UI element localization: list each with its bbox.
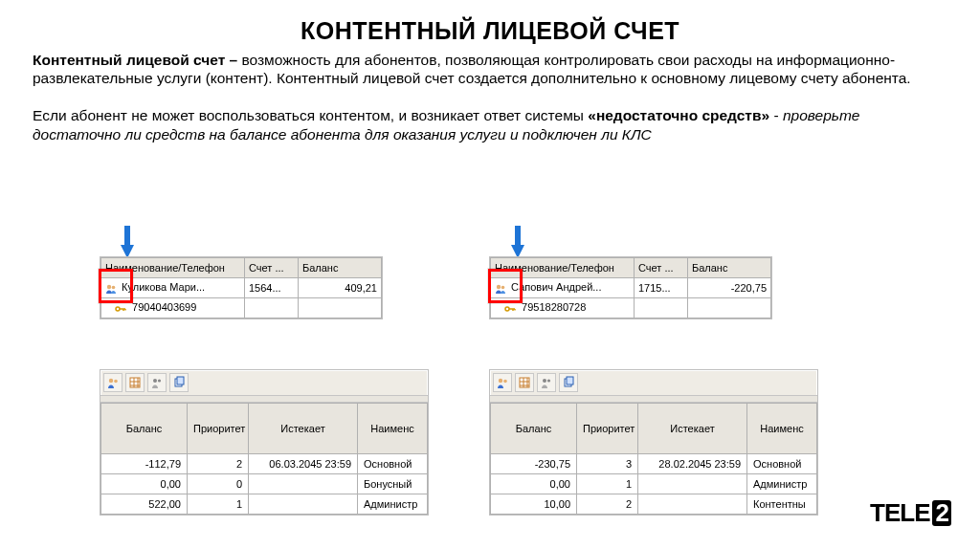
svg-rect-12 bbox=[177, 377, 184, 384]
col-balance[interactable]: Баланс bbox=[101, 404, 188, 454]
col-priority[interactable]: Приоритет bbox=[577, 404, 638, 454]
balance-table-a: Баланс Приоритет Истекает Наименс -112,7… bbox=[100, 403, 428, 515]
svg-point-14 bbox=[503, 380, 507, 384]
table-row[interactable]: 0,00 1 Администр bbox=[491, 474, 817, 494]
col-bal[interactable]: Баланс bbox=[688, 258, 771, 278]
logo-text: TELE bbox=[870, 498, 929, 527]
svg-point-6 bbox=[109, 379, 113, 383]
highlight-box-a bbox=[99, 269, 133, 303]
logo-number: 2 bbox=[932, 500, 951, 526]
table-row[interactable]: 10,00 2 Контентны bbox=[491, 494, 817, 515]
sub-bal: 409,21 bbox=[299, 278, 382, 298]
intro-lead: Контентный лицевой счет – bbox=[33, 52, 237, 68]
svg-point-2 bbox=[116, 307, 120, 311]
key-icon bbox=[115, 303, 126, 315]
table-row[interactable]: Куликова Мари... 1564... 409,21 bbox=[101, 278, 382, 298]
svg-point-5 bbox=[505, 307, 509, 311]
col-balance[interactable]: Баланс bbox=[491, 404, 577, 454]
toolbar-b bbox=[490, 370, 817, 396]
toolbar-a bbox=[100, 370, 428, 396]
sub-bal: -220,75 bbox=[688, 278, 771, 298]
svg-point-10 bbox=[158, 379, 161, 382]
page-title: КОНТЕНТНЫЙ ЛИЦЕВОЙ СЧЕТ bbox=[0, 17, 980, 45]
intro-body2a: Если абонент не может воспользоваться ко… bbox=[33, 107, 588, 123]
copy-icon[interactable] bbox=[169, 373, 189, 392]
sub-phone: 79518280728 bbox=[522, 301, 586, 313]
col-name[interactable]: Наименс bbox=[358, 404, 428, 454]
balance-table-b: Баланс Приоритет Истекает Наименс -230,7… bbox=[490, 403, 817, 515]
table-row[interactable]: 79040403699 bbox=[101, 298, 382, 318]
col-expires[interactable]: Истекает bbox=[249, 404, 358, 454]
sub-name: Куликова Мари... bbox=[122, 281, 205, 293]
table-row[interactable]: 79518280728 bbox=[491, 298, 771, 318]
grid-icon[interactable] bbox=[515, 373, 534, 392]
key-icon bbox=[504, 303, 516, 315]
col-expires[interactable]: Истекает bbox=[638, 404, 747, 454]
intro-body2c: - bbox=[769, 107, 783, 123]
balance-panel-a: Баланс Приоритет Истекает Наименс -112,7… bbox=[100, 369, 429, 516]
intro-body2b: «недостаточно средств» bbox=[588, 107, 769, 123]
svg-rect-19 bbox=[567, 377, 573, 384]
col-acct[interactable]: Счет ... bbox=[635, 258, 688, 278]
sub-phone: 79040403699 bbox=[132, 301, 196, 313]
col-bal[interactable]: Баланс bbox=[299, 258, 382, 278]
tele2-logo: TELE2 bbox=[870, 498, 951, 528]
table-row[interactable]: -112,79 2 06.03.2045 23:59 Основной bbox=[101, 454, 428, 474]
col-priority[interactable]: Приоритет bbox=[188, 404, 249, 454]
subscriber-table-a: Наименование/Телефон Счет ... Баланс Кул… bbox=[100, 257, 382, 318]
intro-text: Контентный лицевой счет – возможность дл… bbox=[33, 51, 947, 143]
people-icon[interactable] bbox=[103, 373, 122, 392]
subscriber-panel-a: Наименование/Телефон Счет ... Баланс Кул… bbox=[100, 256, 383, 319]
people2-icon[interactable] bbox=[537, 373, 556, 392]
svg-point-16 bbox=[543, 379, 546, 383]
col-acct[interactable]: Счет ... bbox=[245, 258, 299, 278]
svg-point-13 bbox=[499, 379, 502, 383]
table-row[interactable]: 0,00 0 Бонусный bbox=[101, 474, 428, 494]
table-row[interactable]: -230,75 3 28.02.2045 23:59 Основной bbox=[491, 454, 817, 474]
subscriber-table-b: Наименование/Телефон Счет ... Баланс Сап… bbox=[490, 257, 771, 318]
copy-icon[interactable] bbox=[559, 373, 578, 392]
table-row[interactable]: 522,00 1 Администр bbox=[101, 494, 428, 515]
sub-acct: 1715... bbox=[635, 278, 688, 298]
sub-name: Сапович Андрей... bbox=[511, 281, 601, 293]
grid-icon[interactable] bbox=[125, 373, 145, 392]
table-row[interactable]: Сапович Андрей... 1715... -220,75 bbox=[491, 278, 771, 298]
svg-point-17 bbox=[547, 379, 550, 382]
people2-icon[interactable] bbox=[147, 373, 167, 392]
balance-panel-b: Баланс Приоритет Истекает Наименс -230,7… bbox=[489, 369, 818, 516]
subscriber-panel-b: Наименование/Телефон Счет ... Баланс Сап… bbox=[489, 256, 772, 319]
col-name[interactable]: Наименс bbox=[747, 404, 817, 454]
sub-acct: 1564... bbox=[245, 278, 299, 298]
svg-point-7 bbox=[114, 380, 118, 384]
highlight-box-b bbox=[488, 269, 523, 303]
svg-point-9 bbox=[153, 379, 157, 383]
people-icon[interactable] bbox=[493, 373, 512, 392]
